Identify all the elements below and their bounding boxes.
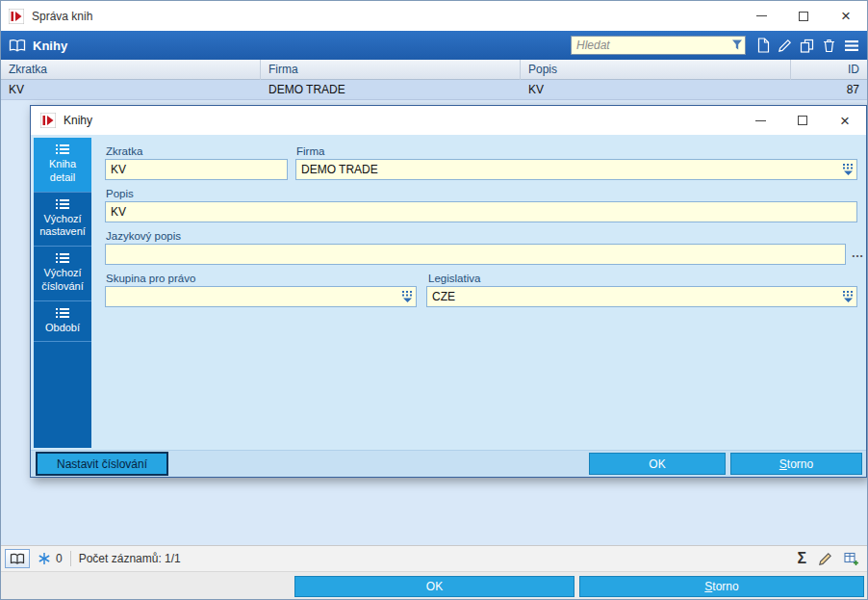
storno-label: Storno bbox=[704, 580, 738, 593]
skupina-pro-pravo-field-wrap bbox=[105, 286, 417, 307]
close-button[interactable]: × bbox=[825, 1, 867, 31]
dialog-minimize-button[interactable] bbox=[739, 106, 781, 135]
legislativa-input[interactable] bbox=[426, 286, 857, 307]
ok-label: OK bbox=[649, 457, 665, 471]
cell-id: 87 bbox=[791, 80, 867, 100]
cell-firma: DEMO TRADE bbox=[261, 80, 521, 100]
app-logo bbox=[9, 9, 24, 24]
dialog-maximize-button[interactable] bbox=[781, 106, 824, 135]
tab-obdobi[interactable]: Období bbox=[34, 301, 91, 343]
table-header-row: Zkratka Firma Popis ID bbox=[1, 60, 867, 80]
edit-pencil-icon bbox=[778, 39, 792, 53]
dialog-sidebar: Kniha detail Výchozí nastavení Výchozí č… bbox=[34, 138, 91, 448]
legislativa-dropdown-icon[interactable] bbox=[842, 291, 855, 302]
app-header: Knihy bbox=[1, 31, 867, 60]
zkratka-input[interactable] bbox=[105, 159, 288, 180]
cell-popis: KV bbox=[521, 80, 791, 100]
app-logo bbox=[40, 113, 56, 128]
delete-trash-icon bbox=[822, 39, 836, 53]
dialog-storno-button[interactable]: Storno bbox=[730, 453, 862, 475]
book-view-toggle[interactable] bbox=[5, 549, 30, 568]
sum-button[interactable]: Σ bbox=[797, 551, 806, 566]
status-bar: 0 Počet záznamů: 1/1 Σ bbox=[1, 545, 867, 571]
cell-zkratka: KV bbox=[1, 80, 261, 100]
filter-icon[interactable] bbox=[730, 39, 744, 51]
column-header-firma[interactable]: Firma bbox=[261, 60, 521, 80]
dialog-titlebar: Knihy × bbox=[31, 106, 866, 135]
copy-record-button[interactable] bbox=[796, 34, 818, 57]
open-book-icon bbox=[10, 553, 25, 565]
jazykovy-popis-field-wrap bbox=[105, 244, 846, 265]
firma-dropdown-icon[interactable] bbox=[842, 164, 855, 175]
skupina-pro-pravo-input[interactable] bbox=[105, 286, 417, 307]
dialog-close-button[interactable]: × bbox=[824, 106, 866, 135]
jazykovy-popis-label: Jazykový popis bbox=[106, 230, 181, 242]
zkratka-label: Zkratka bbox=[106, 145, 142, 157]
column-header-popis[interactable]: Popis bbox=[521, 60, 791, 80]
window-title: Správa knih bbox=[32, 10, 92, 23]
footer: OK Storno bbox=[1, 571, 867, 599]
open-book-icon bbox=[9, 39, 26, 53]
copy-icon bbox=[800, 39, 814, 53]
skupina-dropdown-icon[interactable] bbox=[401, 291, 414, 302]
list-icon bbox=[55, 252, 70, 264]
dialog-footer: Nastavit číslování OK Storno bbox=[31, 450, 866, 477]
firma-field-wrap bbox=[295, 159, 857, 180]
firma-label: Firma bbox=[296, 145, 324, 157]
main-storno-button[interactable]: Storno bbox=[579, 576, 864, 597]
search-input[interactable] bbox=[571, 36, 746, 55]
maximize-button[interactable] bbox=[782, 1, 825, 31]
maximize-icon bbox=[798, 116, 807, 125]
main-window: Správa knih × Knihy bbox=[0, 0, 868, 600]
minimize-icon bbox=[755, 120, 766, 121]
tab-kniha-detail[interactable]: Kniha detail bbox=[34, 138, 91, 193]
jazykovy-popis-input[interactable] bbox=[105, 244, 846, 265]
main-titlebar: Správa knih × bbox=[1, 1, 867, 31]
list-icon bbox=[55, 307, 70, 319]
delete-record-button[interactable] bbox=[818, 34, 840, 57]
popis-field-wrap bbox=[105, 201, 857, 222]
tab-label: Kniha detail bbox=[49, 158, 76, 183]
statusbar-divider bbox=[70, 551, 71, 566]
dialog-ok-button[interactable]: OK bbox=[589, 453, 726, 475]
menu-hamburger-icon bbox=[844, 39, 859, 52]
frozen-count: 0 bbox=[56, 552, 63, 565]
new-record-button[interactable] bbox=[752, 34, 774, 57]
skupina-pro-pravo-label: Skupina pro právo bbox=[106, 273, 195, 284]
nastavit-label: Nastavit číslování bbox=[57, 457, 147, 471]
table-row[interactable]: KV DEMO TRADE KV 87 bbox=[1, 80, 867, 100]
maximize-icon bbox=[799, 12, 808, 21]
tab-label: Výchozí nastavení bbox=[39, 213, 86, 238]
edit-pencil-button[interactable] bbox=[818, 552, 832, 566]
popis-label: Popis bbox=[106, 188, 134, 199]
minimize-button[interactable] bbox=[740, 1, 782, 31]
jazykovy-popis-ellipsis-button[interactable]: … bbox=[850, 247, 865, 262]
tab-label: Období bbox=[45, 322, 80, 333]
dialog-window: Knihy × Kniha detail Výchozí nastavení bbox=[30, 105, 867, 478]
close-icon: × bbox=[841, 8, 851, 24]
column-header-zkratka[interactable]: Zkratka bbox=[1, 60, 261, 80]
firma-input[interactable] bbox=[295, 159, 857, 180]
popis-input[interactable] bbox=[105, 201, 857, 222]
legislativa-field-wrap bbox=[426, 286, 857, 307]
edit-record-button[interactable] bbox=[774, 34, 796, 57]
tab-vychozi-nastaveni[interactable]: Výchozí nastavení bbox=[34, 193, 91, 248]
new-document-icon bbox=[756, 38, 770, 53]
table-add-button[interactable] bbox=[844, 552, 859, 566]
record-count-label: Počet záznamů: 1/1 bbox=[79, 552, 181, 565]
main-menu-button[interactable] bbox=[840, 34, 862, 57]
dialog-title: Knihy bbox=[64, 114, 92, 127]
list-icon bbox=[55, 143, 70, 155]
search-box bbox=[571, 36, 746, 55]
minimize-icon bbox=[756, 15, 767, 16]
tab-vychozi-cislovani[interactable]: Výchozí číslování bbox=[34, 247, 91, 301]
column-header-id[interactable]: ID bbox=[791, 60, 867, 80]
main-ok-button[interactable]: OK bbox=[294, 576, 574, 597]
tab-label: Výchozí číslování bbox=[41, 267, 83, 292]
nastavit-cislovani-button[interactable]: Nastavit číslování bbox=[37, 453, 167, 475]
legislativa-label: Legislativa bbox=[428, 273, 480, 284]
storno-label: Storno bbox=[779, 457, 813, 471]
close-icon: × bbox=[840, 113, 850, 129]
page-title: Knihy bbox=[33, 39, 67, 53]
zkratka-field-wrap bbox=[105, 159, 288, 180]
